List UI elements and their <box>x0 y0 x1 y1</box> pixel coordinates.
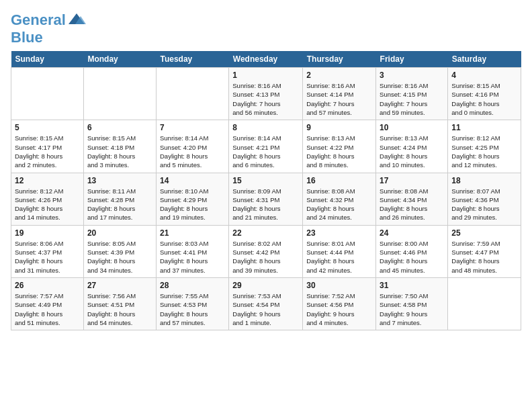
logo: General Blue <box>11 11 86 46</box>
day-info: Sunrise: 7:50 AM Sunset: 4:58 PM Dayligh… <box>380 291 444 327</box>
calendar-week: 1Sunrise: 8:16 AM Sunset: 4:13 PM Daylig… <box>11 68 521 120</box>
calendar-cell: 1Sunrise: 8:16 AM Sunset: 4:13 PM Daylig… <box>229 68 303 120</box>
day-number: 22 <box>232 228 299 238</box>
calendar-cell: 19Sunrise: 8:06 AM Sunset: 4:37 PM Dayli… <box>11 225 84 277</box>
day-number: 13 <box>87 176 152 185</box>
calendar-cell: 21Sunrise: 8:03 AM Sunset: 4:41 PM Dayli… <box>156 225 228 277</box>
day-info: Sunrise: 8:15 AM Sunset: 4:17 PM Dayligh… <box>15 134 80 169</box>
calendar-cell: 17Sunrise: 8:08 AM Sunset: 4:34 PM Dayli… <box>376 173 448 225</box>
day-info: Sunrise: 8:13 AM Sunset: 4:24 PM Dayligh… <box>380 134 444 169</box>
day-number: 5 <box>15 123 80 132</box>
day-info: Sunrise: 8:08 AM Sunset: 4:32 PM Dayligh… <box>306 187 372 222</box>
calendar-cell: 2Sunrise: 8:16 AM Sunset: 4:14 PM Daylig… <box>303 68 376 120</box>
day-header-saturday: Saturday <box>448 51 521 68</box>
day-header-sunday: Sunday <box>11 51 84 68</box>
logo-icon <box>67 11 86 30</box>
day-number: 26 <box>15 281 80 290</box>
day-info: Sunrise: 8:01 AM Sunset: 4:44 PM Dayligh… <box>306 239 372 275</box>
day-info: Sunrise: 8:09 AM Sunset: 4:31 PM Dayligh… <box>232 187 299 222</box>
day-info: Sunrise: 8:15 AM Sunset: 4:16 PM Dayligh… <box>451 81 517 117</box>
day-number: 30 <box>306 281 372 290</box>
calendar-cell: 3Sunrise: 8:16 AM Sunset: 4:15 PM Daylig… <box>376 68 448 120</box>
day-number: 12 <box>15 176 80 185</box>
calendar-table: SundayMondayTuesdayWednesdayThursdayFrid… <box>11 51 521 330</box>
day-number: 24 <box>380 228 444 238</box>
day-header-monday: Monday <box>83 51 156 68</box>
day-number: 28 <box>160 281 225 290</box>
calendar-week: 26Sunrise: 7:57 AM Sunset: 4:49 PM Dayli… <box>11 277 521 330</box>
day-info: Sunrise: 7:59 AM Sunset: 4:47 PM Dayligh… <box>451 239 517 275</box>
day-number: 2 <box>306 71 372 80</box>
day-info: Sunrise: 8:11 AM Sunset: 4:28 PM Dayligh… <box>87 187 152 222</box>
calendar-week: 19Sunrise: 8:06 AM Sunset: 4:37 PM Dayli… <box>11 225 521 277</box>
day-number: 14 <box>160 176 225 185</box>
calendar-cell: 4Sunrise: 8:15 AM Sunset: 4:16 PM Daylig… <box>448 68 521 120</box>
day-info: Sunrise: 8:02 AM Sunset: 4:42 PM Dayligh… <box>232 239 299 275</box>
day-number: 8 <box>232 123 299 132</box>
day-number: 9 <box>306 123 372 132</box>
day-number: 20 <box>87 228 152 238</box>
day-info: Sunrise: 8:03 AM Sunset: 4:41 PM Dayligh… <box>160 239 225 275</box>
day-number: 7 <box>160 123 225 132</box>
calendar-cell: 20Sunrise: 8:05 AM Sunset: 4:39 PM Dayli… <box>83 225 156 277</box>
day-number: 16 <box>306 176 372 185</box>
calendar-cell: 7Sunrise: 8:14 AM Sunset: 4:20 PM Daylig… <box>156 120 228 173</box>
day-info: Sunrise: 7:55 AM Sunset: 4:53 PM Dayligh… <box>160 291 225 327</box>
day-info: Sunrise: 7:53 AM Sunset: 4:54 PM Dayligh… <box>232 291 299 327</box>
day-info: Sunrise: 8:07 AM Sunset: 4:36 PM Dayligh… <box>451 187 517 222</box>
day-info: Sunrise: 8:10 AM Sunset: 4:29 PM Dayligh… <box>160 187 225 222</box>
day-number: 4 <box>451 71 517 80</box>
calendar-cell: 30Sunrise: 7:52 AM Sunset: 4:56 PM Dayli… <box>303 277 376 330</box>
calendar-cell: 14Sunrise: 8:10 AM Sunset: 4:29 PM Dayli… <box>156 173 228 225</box>
day-number: 29 <box>232 281 299 290</box>
day-info: Sunrise: 8:13 AM Sunset: 4:22 PM Dayligh… <box>306 134 372 169</box>
calendar-cell: 5Sunrise: 8:15 AM Sunset: 4:17 PM Daylig… <box>11 120 84 173</box>
calendar-cell: 23Sunrise: 8:01 AM Sunset: 4:44 PM Dayli… <box>303 225 376 277</box>
day-header-thursday: Thursday <box>303 51 376 68</box>
day-info: Sunrise: 7:52 AM Sunset: 4:56 PM Dayligh… <box>306 291 372 327</box>
day-header-tuesday: Tuesday <box>156 51 228 68</box>
day-info: Sunrise: 8:06 AM Sunset: 4:37 PM Dayligh… <box>15 239 80 275</box>
day-number: 3 <box>380 71 444 80</box>
calendar-cell <box>83 68 156 120</box>
calendar-cell: 31Sunrise: 7:50 AM Sunset: 4:58 PM Dayli… <box>376 277 448 330</box>
day-number: 31 <box>380 281 444 290</box>
calendar-week: 5Sunrise: 8:15 AM Sunset: 4:17 PM Daylig… <box>11 120 521 173</box>
page-header: General Blue <box>11 11 521 46</box>
day-info: Sunrise: 8:14 AM Sunset: 4:21 PM Dayligh… <box>232 134 299 169</box>
calendar-cell: 13Sunrise: 8:11 AM Sunset: 4:28 PM Dayli… <box>83 173 156 225</box>
calendar-cell: 28Sunrise: 7:55 AM Sunset: 4:53 PM Dayli… <box>156 277 228 330</box>
calendar-cell: 26Sunrise: 7:57 AM Sunset: 4:49 PM Dayli… <box>11 277 84 330</box>
day-number: 6 <box>87 123 152 132</box>
calendar-cell <box>448 277 521 330</box>
logo-text: General <box>11 12 66 28</box>
day-number: 15 <box>232 176 299 185</box>
day-number: 18 <box>451 176 517 185</box>
day-info: Sunrise: 8:16 AM Sunset: 4:15 PM Dayligh… <box>380 81 444 117</box>
calendar-header: SundayMondayTuesdayWednesdayThursdayFrid… <box>11 51 521 68</box>
calendar-cell: 27Sunrise: 7:56 AM Sunset: 4:51 PM Dayli… <box>83 277 156 330</box>
calendar-cell: 6Sunrise: 8:15 AM Sunset: 4:18 PM Daylig… <box>83 120 156 173</box>
day-number: 21 <box>160 228 225 238</box>
calendar-cell <box>156 68 228 120</box>
day-info: Sunrise: 8:16 AM Sunset: 4:13 PM Dayligh… <box>232 81 299 117</box>
day-info: Sunrise: 8:08 AM Sunset: 4:34 PM Dayligh… <box>380 187 444 222</box>
calendar-cell: 18Sunrise: 8:07 AM Sunset: 4:36 PM Dayli… <box>448 173 521 225</box>
day-info: Sunrise: 8:15 AM Sunset: 4:18 PM Dayligh… <box>87 134 152 169</box>
calendar-cell: 16Sunrise: 8:08 AM Sunset: 4:32 PM Dayli… <box>303 173 376 225</box>
calendar-cell: 22Sunrise: 8:02 AM Sunset: 4:42 PM Dayli… <box>229 225 303 277</box>
calendar-cell: 24Sunrise: 8:00 AM Sunset: 4:46 PM Dayli… <box>376 225 448 277</box>
day-header-wednesday: Wednesday <box>229 51 303 68</box>
day-info: Sunrise: 7:56 AM Sunset: 4:51 PM Dayligh… <box>87 291 152 327</box>
day-number: 11 <box>451 123 517 132</box>
day-number: 25 <box>451 228 517 238</box>
calendar-cell: 12Sunrise: 8:12 AM Sunset: 4:26 PM Dayli… <box>11 173 84 225</box>
day-info: Sunrise: 8:16 AM Sunset: 4:14 PM Dayligh… <box>306 81 372 117</box>
calendar-cell: 8Sunrise: 8:14 AM Sunset: 4:21 PM Daylig… <box>229 120 303 173</box>
day-info: Sunrise: 8:00 AM Sunset: 4:46 PM Dayligh… <box>380 239 444 275</box>
day-number: 10 <box>380 123 444 132</box>
calendar-cell: 10Sunrise: 8:13 AM Sunset: 4:24 PM Dayli… <box>376 120 448 173</box>
day-info: Sunrise: 8:14 AM Sunset: 4:20 PM Dayligh… <box>160 134 225 169</box>
day-header-friday: Friday <box>376 51 448 68</box>
calendar-week: 12Sunrise: 8:12 AM Sunset: 4:26 PM Dayli… <box>11 173 521 225</box>
